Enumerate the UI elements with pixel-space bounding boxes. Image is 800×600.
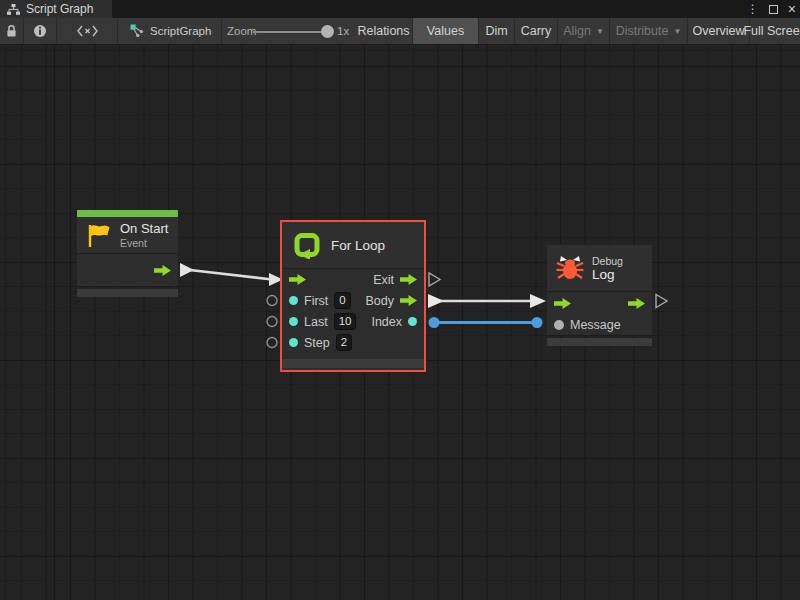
message-value-port[interactable]	[554, 320, 564, 330]
toolbar-button-distribute[interactable]: Distribute▼	[610, 18, 688, 44]
node-footer	[282, 359, 424, 368]
node-for-loop[interactable]: For Loop Exit First 0 Body	[280, 220, 426, 372]
chevron-down-icon: ▼	[596, 27, 604, 36]
toolbar-button-values[interactable]: Values	[413, 18, 479, 44]
toolbar-button-dim[interactable]: Dim	[479, 18, 515, 44]
port-row: Step 2	[282, 332, 424, 353]
graph-hierarchy-icon	[7, 4, 20, 15]
loop-icon	[291, 231, 323, 259]
lock-icon	[5, 24, 18, 38]
port-row	[547, 292, 652, 314]
port-row: First 0 Body	[282, 290, 424, 311]
graph-toolbar: ScriptGraph Zoom 1x Relations Values Dim…	[0, 18, 800, 45]
inspect-button[interactable]	[24, 18, 57, 44]
node-footer	[547, 338, 652, 346]
last-port-label: Last	[304, 315, 328, 329]
index-value-port[interactable]	[408, 317, 417, 326]
port-row: Exit	[282, 269, 424, 290]
port-row: Last 10 Index	[282, 311, 424, 332]
first-value-port[interactable]	[289, 296, 298, 305]
index-port-label: Index	[371, 315, 402, 329]
first-port-indicator[interactable]	[267, 296, 277, 306]
node-title: For Loop	[331, 238, 385, 253]
exit-port-indicator[interactable]	[429, 273, 440, 286]
window-menu-icon[interactable]: ⋮	[747, 0, 759, 18]
last-value-field[interactable]: 10	[334, 313, 357, 330]
code-icon	[77, 25, 98, 37]
node-title: Log	[592, 267, 623, 282]
step-value-port[interactable]	[289, 338, 298, 347]
graph-canvas[interactable]: On Start Event For Loop	[0, 45, 800, 600]
debuglog-exit-indicator[interactable]	[656, 295, 667, 308]
graph-breadcrumb[interactable]: ScriptGraph	[118, 18, 222, 44]
exit-flow-port[interactable]	[400, 274, 417, 285]
toolbar-button-overview[interactable]: Overview	[688, 18, 750, 44]
node-title: On Start	[120, 221, 168, 236]
flow-output-port[interactable]	[628, 298, 645, 309]
body-port-label: Body	[366, 294, 395, 308]
last-port-indicator[interactable]	[267, 317, 277, 327]
toolbar-button-relations[interactable]: Relations	[355, 18, 413, 44]
flag-icon	[86, 223, 112, 248]
window-title: Script Graph	[26, 2, 93, 16]
toolbar-button-carry[interactable]: Carry	[515, 18, 558, 44]
flow-output-port[interactable]	[154, 265, 171, 276]
wire-index-to-message[interactable]	[429, 317, 543, 328]
tab-script-graph[interactable]: Script Graph	[0, 0, 112, 18]
edit-source-button[interactable]	[57, 18, 118, 44]
first-port-label: First	[304, 294, 328, 308]
zoom-value: 1x	[337, 18, 349, 44]
step-port-label: Step	[304, 336, 330, 350]
wire-onstart-to-forloop[interactable]	[180, 263, 283, 286]
chevron-down-icon: ▼	[673, 27, 681, 36]
step-port-indicator[interactable]	[267, 338, 277, 348]
graph-name-label: ScriptGraph	[150, 25, 211, 37]
message-port-label: Message	[570, 318, 621, 332]
node-debug-log[interactable]: Debug Log Message	[547, 245, 652, 346]
event-color-bar	[77, 210, 178, 217]
step-value-field[interactable]: 2	[336, 334, 352, 351]
first-value-field[interactable]: 0	[334, 292, 350, 309]
node-title-top: Debug	[592, 255, 623, 267]
zoom-slider-track[interactable]	[253, 31, 330, 33]
maximize-icon[interactable]	[769, 5, 778, 14]
lock-button[interactable]	[0, 18, 24, 44]
script-graph-icon	[130, 24, 144, 38]
window-titlebar: Script Graph ⋮ ×	[0, 0, 800, 18]
node-footer	[77, 289, 178, 297]
zoom-label: Zoom	[227, 18, 256, 44]
exit-port-label: Exit	[373, 273, 394, 287]
last-value-port[interactable]	[289, 317, 298, 326]
port-row: Message	[547, 314, 652, 335]
flow-input-port[interactable]	[289, 274, 306, 285]
info-icon	[33, 24, 47, 38]
node-on-start[interactable]: On Start Event	[77, 210, 178, 297]
toolbar-button-fullscreen[interactable]: Full Screen	[750, 18, 800, 44]
zoom-slider-handle[interactable]	[321, 25, 334, 38]
wire-body-to-debuglog[interactable]	[428, 294, 546, 308]
body-flow-port[interactable]	[400, 295, 417, 306]
toolbar-button-align[interactable]: Align▼	[558, 18, 610, 44]
close-icon[interactable]: ×	[788, 0, 796, 18]
flow-input-port[interactable]	[554, 298, 571, 309]
node-subtitle: Event	[120, 237, 168, 249]
bug-icon	[556, 255, 584, 281]
